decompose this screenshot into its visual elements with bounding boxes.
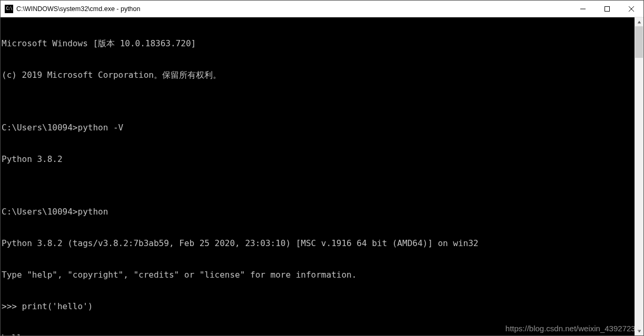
svg-marker-4 (637, 21, 640, 23)
scrollbar-thumb[interactable] (635, 26, 643, 58)
titlebar[interactable]: C:\ C:\WINDOWS\system32\cmd.exe - python (1, 1, 643, 17)
cmd-icon: C:\ (5, 5, 13, 13)
terminal-line: Type "help", "copyright", "credits" or "… (2, 270, 635, 280)
terminal-output[interactable]: Microsoft Windows [版本 10.0.18363.720] (c… (1, 17, 635, 335)
maximize-button[interactable] (595, 1, 619, 17)
client-area: Microsoft Windows [版本 10.0.18363.720] (c… (1, 17, 643, 335)
terminal-line: C:\Users\10094>python -V (2, 123, 635, 133)
terminal-line: hello (2, 333, 635, 335)
vertical-scrollbar[interactable] (635, 17, 643, 335)
close-button[interactable] (619, 1, 643, 17)
terminal-line: (c) 2019 Microsoft Corporation。保留所有权利。 (2, 70, 635, 80)
svg-marker-5 (637, 330, 640, 332)
cmd-window: C:\ C:\WINDOWS\system32\cmd.exe - python… (0, 0, 644, 336)
terminal-line: Python 3.8.2 (tags/v3.8.2:7b3ab59, Feb 2… (2, 238, 635, 249)
terminal-line: C:\Users\10094>python (2, 207, 635, 217)
terminal-line: Python 3.8.2 (2, 154, 635, 165)
scroll-up-button[interactable] (635, 17, 643, 26)
terminal-line: Microsoft Windows [版本 10.0.18363.720] (2, 38, 635, 49)
minimize-button[interactable] (571, 1, 595, 17)
window-title: C:\WINDOWS\system32\cmd.exe - python (16, 5, 571, 13)
terminal-line: >>> print('hello') (2, 301, 635, 312)
svg-rect-1 (605, 6, 610, 11)
titlebar-controls (571, 1, 643, 17)
scrollbar-track[interactable] (635, 26, 643, 327)
scroll-down-button[interactable] (635, 327, 643, 335)
